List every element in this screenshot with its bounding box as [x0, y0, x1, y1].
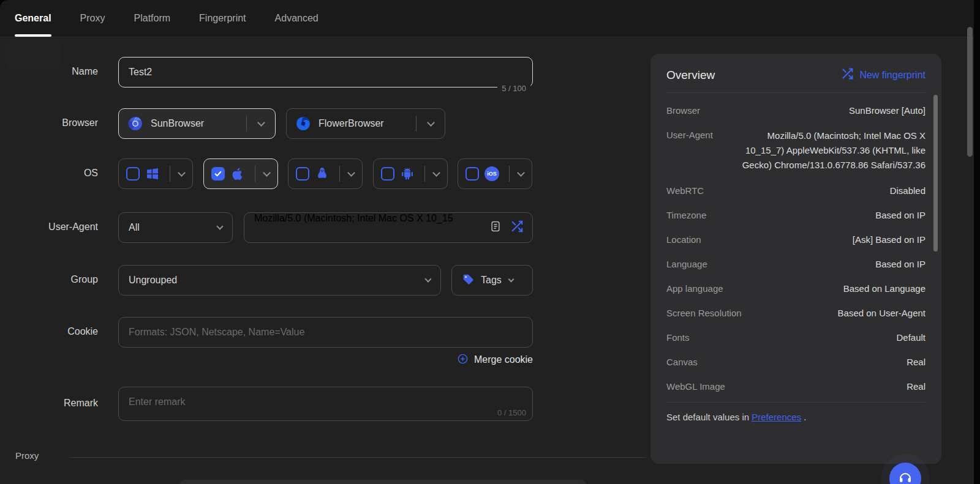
merge-cookie-button[interactable]: Merge cookie [368, 352, 533, 367]
user-agent-filter-select[interactable]: All [118, 212, 233, 243]
remark-label: Remark [0, 398, 98, 409]
proxy-control-partial [179, 480, 586, 484]
windows-checkbox[interactable] [126, 167, 140, 181]
cookie-label: Cookie [0, 326, 98, 337]
overview-footer: Set default values in Preferences . [666, 412, 925, 422]
macos-version-dropdown[interactable] [255, 159, 277, 188]
remark-field-wrap: 0 / 1500 [118, 387, 533, 421]
proxy-section-label: Proxy [15, 450, 39, 461]
preferences-link[interactable]: Preferences [752, 412, 801, 422]
tab-bar: General Proxy Platform Fingerprint Advan… [0, 0, 974, 37]
chevron-down-icon [427, 119, 435, 127]
os-option-ios[interactable]: iOS [458, 158, 532, 189]
support-button[interactable] [889, 463, 921, 484]
app-window: General Proxy Platform Fingerprint Advan… [0, 0, 974, 484]
cookie-input[interactable] [118, 317, 533, 348]
sunbrowser-logo-icon [127, 116, 143, 132]
android-icon [400, 166, 415, 181]
linux-version-dropdown[interactable] [340, 159, 362, 188]
group-label: Group [0, 274, 98, 285]
os-label: OS [0, 168, 98, 179]
tab-proxy[interactable]: Proxy [80, 0, 105, 37]
tab-fingerprint[interactable]: Fingerprint [199, 0, 246, 37]
ios-icon: iOS [484, 166, 499, 181]
tab-advanced[interactable]: Advanced [275, 0, 318, 37]
overview-row-webgl-image: WebGL Image Real [666, 374, 925, 403]
tab-platform[interactable]: Platform [134, 0, 171, 37]
chevron-down-icon [263, 169, 271, 177]
overview-row-app-language: App language Based on Language [666, 276, 925, 300]
android-checkbox[interactable] [381, 167, 394, 181]
overview-row-canvas: Canvas Real [666, 349, 925, 374]
name-label: Name [0, 66, 98, 77]
remark-textarea[interactable] [119, 387, 532, 420]
name-input[interactable] [118, 57, 533, 87]
browser-option-flowerbrowser[interactable]: FlowerBrowser [286, 108, 445, 139]
browser-option-label: FlowerBrowser [318, 118, 416, 129]
name-counter: 5 / 100 [497, 84, 530, 93]
headset-icon [898, 470, 913, 484]
os-option-macos[interactable] [203, 158, 278, 189]
os-option-windows[interactable] [118, 158, 193, 189]
overview-panel: Overview New fingerprint Browser SunBrow… [650, 54, 941, 464]
flowerbrowser-logo-icon [295, 116, 311, 132]
page-scrollbar-thumb[interactable] [967, 27, 973, 157]
overview-title: Overview [666, 69, 715, 82]
chevron-down-icon [178, 169, 186, 177]
plus-circle-icon [457, 353, 469, 367]
os-option-linux[interactable] [288, 158, 363, 189]
overview-row-browser: Browser SunBrowser [Auto] [666, 98, 925, 122]
chevron-down-icon [508, 276, 514, 282]
tags-dropdown[interactable]: Tags [451, 265, 533, 296]
overview-row-timezone: Timezone Based on IP [666, 203, 925, 227]
tag-icon [462, 273, 475, 288]
overview-divider [666, 92, 925, 93]
name-field-wrap: 5 / 100 [118, 57, 533, 87]
chevron-down-icon [257, 119, 265, 127]
windows-icon [145, 166, 160, 181]
new-fingerprint-label: New fingerprint [859, 70, 925, 81]
chevron-down-icon [216, 223, 223, 229]
overview-row-webrtc: WebRTC Disabled [666, 178, 925, 203]
scrolled-element-ghost [5, 39, 61, 70]
windows-version-dropdown[interactable] [170, 159, 192, 188]
tab-general[interactable]: General [15, 0, 51, 37]
new-fingerprint-button[interactable]: New fingerprint [841, 67, 925, 83]
chevron-down-icon [432, 169, 440, 177]
user-agent-copy-icon[interactable] [489, 220, 502, 235]
linux-icon [315, 166, 330, 181]
shuffle-icon [841, 67, 854, 83]
group-value: Ungrouped [129, 275, 177, 286]
remark-counter: 0 / 1500 [497, 408, 526, 417]
os-option-android[interactable] [373, 158, 448, 189]
overview-row-fonts: Fonts Default [666, 325, 925, 349]
chevron-down-icon [347, 169, 355, 177]
user-agent-label: User-Agent [0, 222, 98, 233]
ios-checkbox[interactable] [466, 167, 479, 181]
browser-version-dropdown[interactable] [417, 109, 445, 138]
group-select[interactable]: Ungrouped [118, 265, 441, 296]
browser-option-label: SunBrowser [151, 118, 246, 129]
overview-row-language: Language Based on IP [666, 251, 925, 276]
overview-row-location: Location [Ask] Based on IP [666, 227, 925, 251]
tags-label: Tags [481, 275, 502, 286]
overview-scrollbar-thumb[interactable] [933, 95, 938, 251]
chevron-down-icon [424, 275, 431, 282]
macos-checkbox[interactable] [211, 167, 225, 181]
user-agent-shuffle-icon[interactable] [510, 220, 524, 236]
ios-version-dropdown[interactable] [510, 159, 532, 188]
user-agent-filter-value: All [129, 222, 140, 233]
apple-icon [230, 166, 245, 181]
browser-option-sunbrowser[interactable]: SunBrowser [118, 108, 276, 139]
browser-version-dropdown[interactable] [247, 109, 275, 138]
overview-row-user-agent: User-Agent Mozilla/5.0 (Macintosh; Intel… [666, 122, 925, 178]
user-agent-field-wrap: Mozilla/5.0 (Macintosh; Intel Mac OS X 1… [244, 212, 533, 243]
chevron-down-icon [517, 169, 525, 177]
proxy-section-divider [69, 457, 646, 458]
check-icon [214, 169, 222, 178]
browser-label: Browser [0, 117, 98, 128]
linux-checkbox[interactable] [296, 167, 309, 181]
merge-cookie-label: Merge cookie [474, 354, 533, 365]
overview-row-screen-resolution: Screen Resolution Based on User-Agent [666, 300, 925, 325]
android-version-dropdown[interactable] [425, 159, 447, 188]
